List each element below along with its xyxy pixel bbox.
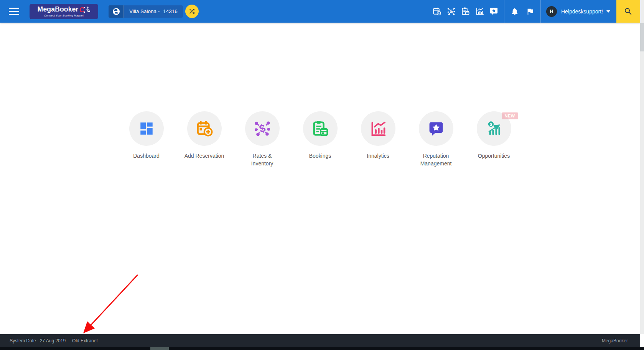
reputation-icon xyxy=(428,120,445,137)
avatar: H xyxy=(546,6,557,17)
search-icon xyxy=(624,7,633,16)
dashboard-icon xyxy=(138,121,155,137)
annotation-arrow xyxy=(0,0,644,350)
app-shortcuts: Dashboard Add Reservation xyxy=(0,111,640,167)
tile-reputation-management[interactable]: Reputation Management xyxy=(407,111,465,167)
horizontal-scrollbar-thumb[interactable] xyxy=(150,347,169,350)
rates-network-icon[interactable]: $ xyxy=(447,7,456,16)
horizontal-scrollbar[interactable] xyxy=(0,347,644,350)
tile-label: Management xyxy=(420,160,452,167)
menu-button[interactable] xyxy=(0,0,28,23)
system-date: System Date : 27 Aug 2019 xyxy=(10,338,66,343)
user-menu[interactable]: H Helpdesksupport! xyxy=(541,0,616,23)
innalytics-icon[interactable] xyxy=(475,7,484,16)
new-badge: NEW xyxy=(502,112,518,119)
footer-brand: MegaBooker xyxy=(602,338,628,343)
tile-label: Dashboard xyxy=(133,152,160,160)
tile-label: Reputation xyxy=(420,152,452,160)
add-reservation-icon xyxy=(196,120,213,137)
property-selector[interactable]: GO Villa Salona - 14316 xyxy=(109,5,183,18)
notifications-button[interactable] xyxy=(511,7,519,16)
tile-label: Add Reservation xyxy=(184,152,224,160)
bookings-icon[interactable] xyxy=(461,7,470,16)
property-name: Villa Salona - xyxy=(129,8,160,14)
tile-bookings[interactable]: Bookings xyxy=(291,111,349,167)
hamburger-icon xyxy=(9,6,19,17)
tile-innalytics[interactable]: Innalytics xyxy=(349,111,407,167)
svg-text:GO: GO xyxy=(115,12,117,14)
tile-add-reservation[interactable]: Add Reservation xyxy=(175,111,233,167)
top-bar: MegaBookerC Connect Your Booking Magnet … xyxy=(0,0,640,23)
user-name: Helpdesksupport! xyxy=(561,8,603,15)
add-reservation-icon[interactable] xyxy=(433,7,441,16)
quick-actions-toolbar: $ xyxy=(433,7,504,16)
reputation-icon[interactable] xyxy=(489,7,498,16)
rates-network-icon: $ xyxy=(254,120,271,137)
brand-tagline: Connect Your Booking Magnet xyxy=(44,14,84,17)
tile-label: Inventory xyxy=(251,160,273,167)
tile-label: Opportunities xyxy=(478,152,510,160)
tile-label: Bookings xyxy=(309,152,331,160)
brand-name: MegaBooker xyxy=(38,6,79,13)
vertical-scrollbar-thumb[interactable] xyxy=(640,23,644,51)
switch-property-button[interactable] xyxy=(185,5,199,18)
magnet-c-icon: C xyxy=(79,6,85,13)
tile-dashboard[interactable]: Dashboard xyxy=(117,111,175,167)
property-code: 14316 xyxy=(163,8,178,14)
flag-button[interactable] xyxy=(526,7,535,16)
tile-label: Innalytics xyxy=(367,152,389,160)
vertical-scrollbar[interactable] xyxy=(640,0,644,334)
innalytics-icon xyxy=(369,120,387,137)
alerts-section xyxy=(504,0,540,23)
tile-label: Rates & xyxy=(251,152,273,160)
shuffle-icon xyxy=(188,8,196,15)
search-button[interactable] xyxy=(616,0,640,23)
svg-text:$: $ xyxy=(489,122,492,127)
footer-bar: System Date : 27 Aug 2019 Old Extranet M… xyxy=(0,334,640,347)
property-globe-icon: GO xyxy=(109,5,124,18)
tile-rates-inventory[interactable]: $ Rates & Inventory xyxy=(233,111,291,167)
bookings-icon xyxy=(311,120,329,137)
old-extranet-link[interactable]: Old Extranet xyxy=(72,338,98,343)
flag-icon xyxy=(526,7,534,16)
bell-icon xyxy=(511,7,519,16)
brand-logo[interactable]: MegaBookerC Connect Your Booking Magnet xyxy=(30,4,98,19)
chevron-down-icon xyxy=(606,10,610,13)
opportunities-icon: $ xyxy=(485,120,503,137)
tile-opportunities[interactable]: $ Opportunities NEW xyxy=(465,111,523,167)
traveler-icon xyxy=(86,7,90,13)
